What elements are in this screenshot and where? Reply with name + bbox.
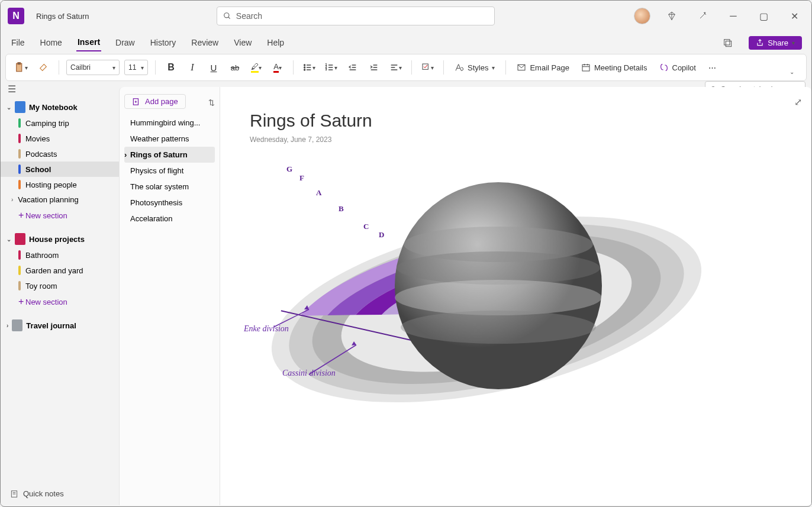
section-vacation-planning[interactable]: ›Vacation planning [1,192,119,207]
maximize-button[interactable]: ▢ [755,7,774,25]
svg-rect-5 [18,63,21,64]
svg-point-47 [397,251,600,285]
new-section-button[interactable]: +New section [1,293,119,310]
more-button[interactable]: ⋯ [704,59,721,76]
ribbon-expand-icon[interactable]: ⌄ [784,63,800,80]
add-page-button[interactable]: Add page [124,94,186,109]
note-canvas[interactable]: ⤢ Rings of Saturn Wednesday, June 7, 202… [220,87,811,505]
page-photosynthesis[interactable]: Photosynthesis [124,195,215,211]
font-name-select[interactable]: Cailbri▾ [66,60,120,75]
close-button[interactable]: ✕ [785,7,804,25]
copilot-icon [659,63,669,72]
open-new-window-icon[interactable] [719,34,736,51]
notebook-house-projects[interactable]: ⌄ House projects [1,231,119,247]
chevron-right-icon: › [11,196,13,203]
note-title[interactable]: Rings of Saturn [250,111,782,131]
sort-icon[interactable]: ⇅ [208,98,215,107]
bold-button[interactable]: B [163,59,179,76]
section-school[interactable]: School [1,162,119,177]
bullets-button[interactable]: ▾ [301,59,318,76]
svg-line-1 [228,17,230,19]
page-rings-of-saturn[interactable]: Rings of Saturn [124,147,215,163]
styles-button[interactable]: Styles▾ [451,63,498,72]
search-box[interactable]: Search [217,7,495,25]
ring-label-a: A [316,188,321,198]
hamburger-icon[interactable]: ☰ [8,83,16,95]
note-icon [10,490,18,498]
annotation-cassini: Cassini division [282,369,336,378]
format-painter-button[interactable] [35,59,51,76]
svg-rect-27 [423,64,428,69]
share-button[interactable]: Share ▾ [749,36,802,50]
align-button[interactable]: ▾ [387,59,404,76]
email-page-button[interactable]: Email Page [513,63,572,72]
section-bathroom[interactable]: Bathroom [1,247,119,263]
underline-button[interactable]: U [205,59,222,76]
sparkle-icon[interactable] [693,7,712,25]
app-icon: N [8,8,24,24]
menu-insert[interactable]: Insert [76,34,101,51]
notebook-icon [12,319,22,331]
notebook-panel: ⌄ My Notebook Camping trip Movies Podcas… [1,81,119,505]
annotation-enke: Enke division [244,324,289,334]
meeting-details-button[interactable]: Meeting Details [578,63,651,72]
quick-notes-button[interactable]: Quick notes [10,489,64,498]
svg-rect-2 [724,40,730,45]
diamond-icon[interactable] [662,7,681,25]
notebook-my-notebook[interactable]: ⌄ My Notebook [1,99,119,115]
section-hosting-people[interactable]: Hosting people [1,177,119,192]
indent-button[interactable] [366,59,382,76]
menu-bar: File Home Insert Draw History Review Vie… [1,31,811,54]
menu-help[interactable]: Help [266,34,285,51]
title-bar: N Rings of Saturn Search ─ ▢ ✕ [1,1,811,31]
notebook-travel-journal[interactable]: › Travel journal [1,317,119,334]
ribbon-toolbar: ▾ Cailbri▾ 11▾ B I U ab 🖊▾ A▾ ▾ 123▾ ▾ ▾… [5,54,807,81]
menu-history[interactable]: History [149,34,178,51]
menu-home[interactable]: Home [39,34,63,51]
italic-button[interactable]: I [184,59,201,76]
minimize-button[interactable]: ─ [724,7,743,25]
chevron-down-icon: ⌄ [7,236,11,243]
section-movies[interactable]: Movies [1,131,119,146]
numbering-button[interactable]: 123▾ [323,59,340,76]
menu-review[interactable]: Review [190,34,220,51]
menu-draw[interactable]: Draw [114,34,136,51]
section-camping-trip[interactable]: Camping trip [1,115,119,131]
page-weather-patterns[interactable]: Weather patterns [124,131,215,147]
ring-label-b: B [339,204,344,214]
window-title: Rings of Saturn [36,12,89,21]
paste-button[interactable]: ▾ [12,59,30,76]
user-avatar[interactable] [634,8,650,24]
menu-view[interactable]: View [233,34,253,51]
svg-rect-3 [726,41,732,46]
expand-icon[interactable]: ⤢ [794,96,802,108]
page-solar-system[interactable]: The solar system [124,179,215,195]
page-physics-of-flight[interactable]: Physics of flight [124,163,215,179]
notebook-icon [15,233,25,245]
ring-label-g: G [286,164,292,174]
window-controls: ─ ▢ ✕ [634,7,804,25]
share-icon [756,38,764,47]
outdent-button[interactable] [344,59,361,76]
section-garden-and-yard[interactable]: Garden and yard [1,263,119,278]
page-accelaration[interactable]: Accelaration [124,211,215,227]
section-podcasts[interactable]: Podcasts [1,146,119,162]
svg-point-0 [224,13,229,18]
search-placeholder: Search [236,11,262,21]
ring-label-d: D [379,230,384,240]
menu-file[interactable]: File [10,34,26,51]
strikethrough-button[interactable]: ab [227,59,243,76]
svg-text:3: 3 [326,68,327,71]
font-color-button[interactable]: A▾ [269,59,286,76]
section-toy-room[interactable]: Toy room [1,278,119,293]
new-section-button[interactable]: +New section [1,207,119,224]
highlight-button[interactable]: 🖊▾ [248,59,265,76]
tags-button[interactable]: ▾ [419,59,436,76]
add-page-icon [132,98,140,106]
page-hummingbird[interactable]: Hummingbird wing... [124,115,215,131]
copilot-button[interactable]: Copilot [656,63,700,72]
saturn-illustration: G F A B C D Enke division Cassini divisi… [250,156,723,451]
svg-rect-29 [582,64,589,71]
search-icon [223,12,231,20]
font-size-select[interactable]: 11▾ [124,60,148,75]
